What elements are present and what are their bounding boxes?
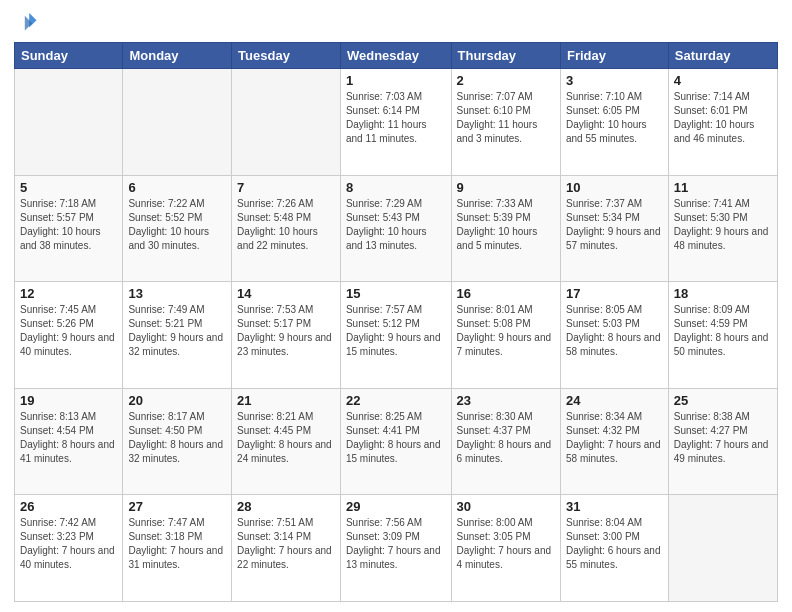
weekday-header-wednesday: Wednesday (340, 43, 451, 69)
calendar-cell: 15Sunrise: 7:57 AMSunset: 5:12 PMDayligh… (340, 282, 451, 389)
day-info: Sunrise: 7:22 AMSunset: 5:52 PMDaylight:… (128, 197, 226, 253)
day-info: Sunrise: 7:53 AMSunset: 5:17 PMDaylight:… (237, 303, 335, 359)
day-number: 3 (566, 73, 663, 88)
calendar-cell (15, 69, 123, 176)
calendar-cell: 11Sunrise: 7:41 AMSunset: 5:30 PMDayligh… (668, 175, 777, 282)
calendar-cell (668, 495, 777, 602)
day-number: 9 (457, 180, 555, 195)
calendar-cell: 20Sunrise: 8:17 AMSunset: 4:50 PMDayligh… (123, 388, 232, 495)
calendar-cell: 27Sunrise: 7:47 AMSunset: 3:18 PMDayligh… (123, 495, 232, 602)
calendar-cell: 23Sunrise: 8:30 AMSunset: 4:37 PMDayligh… (451, 388, 560, 495)
calendar-cell: 4Sunrise: 7:14 AMSunset: 6:01 PMDaylight… (668, 69, 777, 176)
day-number: 5 (20, 180, 117, 195)
day-number: 27 (128, 499, 226, 514)
day-info: Sunrise: 8:25 AMSunset: 4:41 PMDaylight:… (346, 410, 446, 466)
weekday-header-row: SundayMondayTuesdayWednesdayThursdayFrid… (15, 43, 778, 69)
logo-icon (16, 10, 38, 32)
day-number: 16 (457, 286, 555, 301)
day-info: Sunrise: 8:01 AMSunset: 5:08 PMDaylight:… (457, 303, 555, 359)
day-info: Sunrise: 7:41 AMSunset: 5:30 PMDaylight:… (674, 197, 772, 253)
day-info: Sunrise: 8:05 AMSunset: 5:03 PMDaylight:… (566, 303, 663, 359)
weekday-header-monday: Monday (123, 43, 232, 69)
logo (14, 10, 40, 36)
calendar-cell: 1Sunrise: 7:03 AMSunset: 6:14 PMDaylight… (340, 69, 451, 176)
day-info: Sunrise: 8:04 AMSunset: 3:00 PMDaylight:… (566, 516, 663, 572)
day-number: 14 (237, 286, 335, 301)
day-info: Sunrise: 8:17 AMSunset: 4:50 PMDaylight:… (128, 410, 226, 466)
day-number: 15 (346, 286, 446, 301)
calendar-cell: 22Sunrise: 8:25 AMSunset: 4:41 PMDayligh… (340, 388, 451, 495)
calendar-week-row: 5Sunrise: 7:18 AMSunset: 5:57 PMDaylight… (15, 175, 778, 282)
svg-marker-0 (29, 13, 36, 28)
weekday-header-sunday: Sunday (15, 43, 123, 69)
calendar-week-row: 1Sunrise: 7:03 AMSunset: 6:14 PMDaylight… (15, 69, 778, 176)
day-info: Sunrise: 7:33 AMSunset: 5:39 PMDaylight:… (457, 197, 555, 253)
calendar-week-row: 26Sunrise: 7:42 AMSunset: 3:23 PMDayligh… (15, 495, 778, 602)
day-number: 19 (20, 393, 117, 408)
weekday-header-saturday: Saturday (668, 43, 777, 69)
day-info: Sunrise: 8:00 AMSunset: 3:05 PMDaylight:… (457, 516, 555, 572)
day-number: 13 (128, 286, 226, 301)
day-info: Sunrise: 7:29 AMSunset: 5:43 PMDaylight:… (346, 197, 446, 253)
day-info: Sunrise: 7:07 AMSunset: 6:10 PMDaylight:… (457, 90, 555, 146)
day-number: 25 (674, 393, 772, 408)
calendar-header: SundayMondayTuesdayWednesdayThursdayFrid… (15, 43, 778, 69)
calendar-cell: 17Sunrise: 8:05 AMSunset: 5:03 PMDayligh… (560, 282, 668, 389)
calendar-cell: 10Sunrise: 7:37 AMSunset: 5:34 PMDayligh… (560, 175, 668, 282)
calendar-cell: 25Sunrise: 8:38 AMSunset: 4:27 PMDayligh… (668, 388, 777, 495)
calendar-cell: 30Sunrise: 8:00 AMSunset: 3:05 PMDayligh… (451, 495, 560, 602)
day-info: Sunrise: 8:30 AMSunset: 4:37 PMDaylight:… (457, 410, 555, 466)
weekday-header-tuesday: Tuesday (232, 43, 341, 69)
day-number: 7 (237, 180, 335, 195)
weekday-header-friday: Friday (560, 43, 668, 69)
calendar-cell: 2Sunrise: 7:07 AMSunset: 6:10 PMDaylight… (451, 69, 560, 176)
calendar-cell: 29Sunrise: 7:56 AMSunset: 3:09 PMDayligh… (340, 495, 451, 602)
calendar-cell: 8Sunrise: 7:29 AMSunset: 5:43 PMDaylight… (340, 175, 451, 282)
day-info: Sunrise: 7:51 AMSunset: 3:14 PMDaylight:… (237, 516, 335, 572)
weekday-header-thursday: Thursday (451, 43, 560, 69)
day-number: 10 (566, 180, 663, 195)
day-number: 26 (20, 499, 117, 514)
day-info: Sunrise: 7:57 AMSunset: 5:12 PMDaylight:… (346, 303, 446, 359)
calendar-cell: 7Sunrise: 7:26 AMSunset: 5:48 PMDaylight… (232, 175, 341, 282)
day-number: 17 (566, 286, 663, 301)
calendar-cell: 14Sunrise: 7:53 AMSunset: 5:17 PMDayligh… (232, 282, 341, 389)
day-info: Sunrise: 7:03 AMSunset: 6:14 PMDaylight:… (346, 90, 446, 146)
calendar-week-row: 19Sunrise: 8:13 AMSunset: 4:54 PMDayligh… (15, 388, 778, 495)
calendar-cell: 28Sunrise: 7:51 AMSunset: 3:14 PMDayligh… (232, 495, 341, 602)
day-info: Sunrise: 7:26 AMSunset: 5:48 PMDaylight:… (237, 197, 335, 253)
day-info: Sunrise: 7:37 AMSunset: 5:34 PMDaylight:… (566, 197, 663, 253)
day-number: 23 (457, 393, 555, 408)
day-number: 28 (237, 499, 335, 514)
day-info: Sunrise: 7:49 AMSunset: 5:21 PMDaylight:… (128, 303, 226, 359)
calendar-cell: 31Sunrise: 8:04 AMSunset: 3:00 PMDayligh… (560, 495, 668, 602)
day-info: Sunrise: 7:18 AMSunset: 5:57 PMDaylight:… (20, 197, 117, 253)
calendar-cell: 12Sunrise: 7:45 AMSunset: 5:26 PMDayligh… (15, 282, 123, 389)
calendar-table: SundayMondayTuesdayWednesdayThursdayFrid… (14, 42, 778, 602)
calendar-cell: 18Sunrise: 8:09 AMSunset: 4:59 PMDayligh… (668, 282, 777, 389)
day-info: Sunrise: 8:38 AMSunset: 4:27 PMDaylight:… (674, 410, 772, 466)
calendar-cell: 13Sunrise: 7:49 AMSunset: 5:21 PMDayligh… (123, 282, 232, 389)
header (14, 10, 778, 36)
day-number: 20 (128, 393, 226, 408)
day-number: 22 (346, 393, 446, 408)
day-info: Sunrise: 7:45 AMSunset: 5:26 PMDaylight:… (20, 303, 117, 359)
calendar-cell: 5Sunrise: 7:18 AMSunset: 5:57 PMDaylight… (15, 175, 123, 282)
day-info: Sunrise: 8:21 AMSunset: 4:45 PMDaylight:… (237, 410, 335, 466)
calendar-cell: 3Sunrise: 7:10 AMSunset: 6:05 PMDaylight… (560, 69, 668, 176)
day-number: 24 (566, 393, 663, 408)
day-number: 1 (346, 73, 446, 88)
calendar-week-row: 12Sunrise: 7:45 AMSunset: 5:26 PMDayligh… (15, 282, 778, 389)
calendar-cell: 6Sunrise: 7:22 AMSunset: 5:52 PMDaylight… (123, 175, 232, 282)
day-info: Sunrise: 7:14 AMSunset: 6:01 PMDaylight:… (674, 90, 772, 146)
day-number: 11 (674, 180, 772, 195)
day-number: 2 (457, 73, 555, 88)
day-number: 21 (237, 393, 335, 408)
page: SundayMondayTuesdayWednesdayThursdayFrid… (0, 0, 792, 612)
day-number: 12 (20, 286, 117, 301)
calendar-cell: 26Sunrise: 7:42 AMSunset: 3:23 PMDayligh… (15, 495, 123, 602)
calendar-cell (123, 69, 232, 176)
calendar-body: 1Sunrise: 7:03 AMSunset: 6:14 PMDaylight… (15, 69, 778, 602)
day-info: Sunrise: 8:13 AMSunset: 4:54 PMDaylight:… (20, 410, 117, 466)
calendar-cell (232, 69, 341, 176)
